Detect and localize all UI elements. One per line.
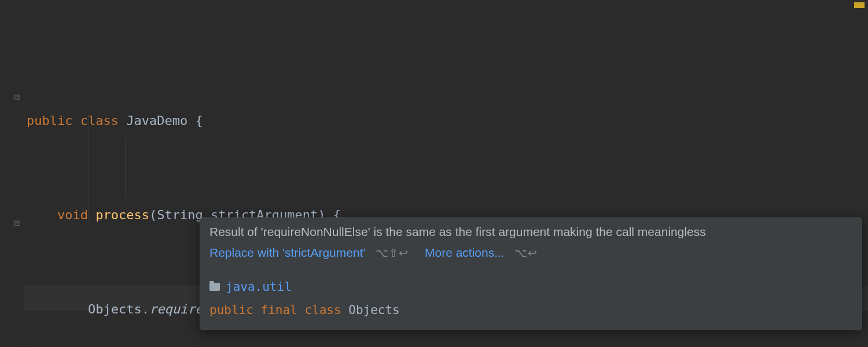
quickfix-replace-link[interactable]: Replace with 'strictArgument'	[209, 246, 365, 259]
keyword-final: final	[261, 303, 297, 317]
inspection-message: Result of 'requireNonNullElse' is the sa…	[200, 218, 862, 242]
method-name: process	[95, 208, 149, 222]
class-name: JavaDemo	[126, 113, 187, 128]
keyword-public: public	[27, 113, 72, 128]
inspection-popup: Result of 'requireNonNullElse' is the sa…	[200, 217, 862, 330]
package-folder-icon	[209, 283, 220, 291]
code-line[interactable]: public class JavaDemo {	[27, 108, 868, 134]
more-actions-link[interactable]: More actions...	[425, 246, 505, 259]
package-link[interactable]: java.util	[226, 275, 292, 298]
fold-toggle-icon[interactable]: ⊟	[13, 93, 21, 101]
keyword-public: public	[209, 303, 253, 317]
fold-toggle-icon[interactable]: ⊟	[13, 219, 21, 227]
keyword-class: class	[80, 113, 119, 128]
editor-gutter: ⊟ ⊟	[0, 0, 24, 347]
brace: {	[187, 113, 203, 128]
keyword-void: void	[57, 208, 88, 222]
quick-doc: java.util public final class Objects	[200, 268, 862, 330]
shortcut-hint: ⌥↩	[514, 247, 538, 259]
identifier: Objects.	[88, 302, 149, 316]
keyword-class: class	[304, 303, 341, 317]
shortcut-hint: ⌥⇧↩	[376, 247, 409, 259]
class-name: Objects	[348, 303, 400, 317]
inspection-actions-row: Replace with 'strictArgument' ⌥⇧↩ More a…	[200, 242, 862, 268]
indent-guide	[125, 139, 126, 197]
